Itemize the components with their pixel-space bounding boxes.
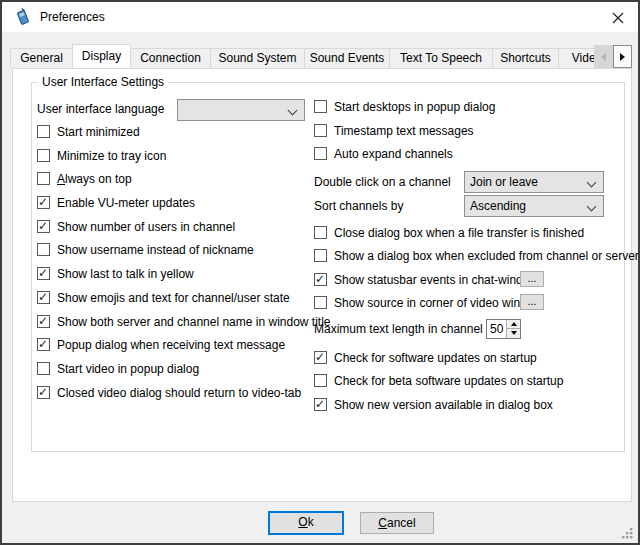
chevron-down-icon [288, 106, 298, 116]
row-check-for-software-updates-on-startup[interactable]: Check for software updates on startup [314, 351, 628, 375]
show-new-version-available-in-dialog-box-checkbox[interactable] [314, 398, 327, 411]
row-show-number-of-users-in-channel[interactable]: Show number of users in channel [37, 220, 317, 244]
checkbox-label: Popup dialog when receiving text message [57, 338, 285, 352]
checkbox-label: Show number of users in channel [57, 220, 235, 234]
chevron-down-icon [587, 177, 597, 187]
select-value: Ascending [470, 199, 526, 213]
row-show-username-instead-of-nickname[interactable]: Show username instead of nickname [37, 243, 317, 267]
close-dialog-box-when-a-file-transfer-is-f-checkbox[interactable] [314, 226, 327, 239]
enable-vu-meter-updates-checkbox[interactable] [37, 196, 50, 209]
show-emojis-and-text-for-channel-user-stat-checkbox[interactable] [37, 291, 50, 304]
start-video-in-popup-dialog-checkbox[interactable] [37, 362, 50, 375]
checkbox-label: Enable VU-meter updates [57, 196, 195, 210]
maximum-text-length-in-channel-list-spinbox[interactable]: 50 [486, 319, 521, 339]
popup-dialog-when-receiving-text-message-checkbox[interactable] [37, 338, 50, 351]
tab-sound-system[interactable]: Sound System [210, 48, 305, 68]
tab-scroll-buttons [594, 45, 632, 68]
show-statusbar-events-in-chat-window-ellipsis-button[interactable]: ... [520, 271, 544, 287]
row-closed-video-dialog-should-return-to-video[interactable]: Closed video dialog should return to vid… [37, 386, 317, 410]
row-show-a-dialog-box-when-excluded-from-chann[interactable]: Show a dialog box when excluded from cha… [314, 249, 628, 273]
row-sort-channels-by: Sort channels byAscending [314, 195, 628, 219]
checkbox-label: Start video in popup dialog [57, 362, 199, 376]
language-select[interactable] [177, 99, 305, 121]
resize-grip[interactable] [621, 527, 634, 540]
check-for-software-updates-on-startup-checkbox[interactable] [314, 351, 327, 364]
checkbox-label: Start minimized [57, 125, 140, 139]
left-options-column: Start minimizedMinimize to tray iconAlwa… [37, 125, 317, 409]
spin-up-button[interactable] [507, 320, 520, 330]
right-options-column: Start desktops in popup dialogTimestamp … [314, 100, 628, 421]
row-always-on-top[interactable]: Always on top [37, 172, 317, 196]
row-auto-expand-channels[interactable]: Auto expand channels [314, 147, 628, 171]
row-show-both-server-and-channel-name-in-windo[interactable]: Show both server and channel name in win… [37, 315, 317, 339]
arrow-left-icon [601, 53, 606, 61]
close-button[interactable] [610, 10, 626, 25]
row-check-for-beta-software-updates-on-startup[interactable]: Check for beta software updates on start… [314, 374, 628, 398]
tab-display[interactable]: Display [72, 44, 131, 68]
sort-channels-by-select[interactable]: Ascending [464, 195, 604, 217]
checkbox-label: Show last to talk in yellow [57, 267, 194, 281]
tab-scroll-right-button[interactable] [613, 45, 632, 68]
tab-general[interactable]: General [10, 48, 73, 68]
tab-shortcuts[interactable]: Shortcuts [492, 48, 559, 68]
arrow-down-icon [511, 331, 517, 335]
checkbox-label: Always on top [57, 172, 132, 186]
start-minimized-checkbox[interactable] [37, 125, 50, 138]
ok-button-label: Ok [298, 515, 313, 529]
timestamp-text-messages-checkbox[interactable] [314, 124, 327, 137]
chevron-down-icon [587, 201, 597, 211]
tab-sound-events[interactable]: Sound Events [304, 48, 390, 68]
show-statusbar-events-in-chat-window-checkbox[interactable] [314, 273, 327, 286]
checkbox-label: Close dialog box when a file transfer is… [334, 226, 584, 240]
auto-expand-channels-checkbox[interactable] [314, 147, 327, 160]
row-start-minimized[interactable]: Start minimized [37, 125, 317, 149]
double-click-on-a-channel-select[interactable]: Join or leave [464, 171, 604, 193]
show-username-instead-of-nickname-checkbox[interactable] [37, 243, 50, 256]
closed-video-dialog-should-return-to-video-checkbox[interactable] [37, 386, 50, 399]
row-minimize-to-tray-icon[interactable]: Minimize to tray icon [37, 149, 317, 173]
cancel-button[interactable]: Cancel [360, 512, 434, 534]
row-popup-dialog-when-receiving-text-message[interactable]: Popup dialog when receiving text message [37, 338, 317, 362]
row-show-emojis-and-text-for-channel-user-stat[interactable]: Show emojis and text for channel/user st… [37, 291, 317, 315]
checkbox-label: Auto expand channels [334, 147, 453, 161]
tab-text-to-speech[interactable]: Text To Speech [389, 48, 493, 68]
show-number-of-users-in-channel-checkbox[interactable] [37, 220, 50, 233]
row-start-desktops-in-popup-dialog[interactable]: Start desktops in popup dialog [314, 100, 628, 124]
show-a-dialog-box-when-excluded-from-chann-checkbox[interactable] [314, 249, 327, 262]
row-start-video-in-popup-dialog[interactable]: Start video in popup dialog [37, 362, 317, 386]
show-source-in-corner-of-video-window-checkbox[interactable] [314, 296, 327, 309]
preferences-window: Preferences GeneralDisplayConnectionSoun… [0, 0, 640, 545]
row-maximum-text-length-in-channel-list: Maximum text length in channel list50 [314, 320, 628, 340]
row-timestamp-text-messages[interactable]: Timestamp text messages [314, 124, 628, 148]
show-both-server-and-channel-name-in-windo-checkbox[interactable] [37, 315, 50, 328]
tab-scroll-left-button[interactable] [594, 45, 613, 68]
checkbox-label: Show statusbar events in chat-window [334, 273, 538, 287]
row-double-click-on-a-channel: Double click on a channelJoin or leave [314, 171, 628, 195]
ok-button[interactable]: Ok [268, 511, 344, 535]
start-desktops-in-popup-dialog-checkbox[interactable] [314, 100, 327, 113]
row-show-new-version-available-in-dialog-box[interactable]: Show new version available in dialog box [314, 398, 628, 422]
row-enable-vu-meter-updates[interactable]: Enable VU-meter updates [37, 196, 317, 220]
minimize-to-tray-icon-checkbox[interactable] [37, 149, 50, 162]
spinbox-value[interactable]: 50 [487, 320, 506, 338]
show-source-in-corner-of-video-window-ellipsis-button[interactable]: ... [520, 294, 544, 310]
cancel-button-label: Cancel [378, 516, 415, 530]
always-on-top-checkbox[interactable] [37, 172, 50, 185]
checkbox-label: Closed video dialog should return to vid… [57, 386, 301, 400]
show-last-to-talk-in-yellow-checkbox[interactable] [37, 267, 50, 280]
checkbox-label: Show source in corner of video window [334, 296, 542, 310]
spin-down-button[interactable] [507, 329, 520, 338]
checkbox-label: Minimize to tray icon [57, 149, 166, 163]
row-close-dialog-box-when-a-file-transfer-is-f[interactable]: Close dialog box when a file transfer is… [314, 226, 628, 250]
check-for-beta-software-updates-on-startup-checkbox[interactable] [314, 374, 327, 387]
tab-connection[interactable]: Connection [130, 48, 211, 68]
spinbox-arrows [506, 320, 520, 338]
row-show-source-in-corner-of-video-window[interactable]: Show source in corner of video window... [314, 296, 628, 320]
select-value: Join or leave [470, 175, 538, 189]
tab-bar: GeneralDisplayConnectionSound SystemSoun… [10, 44, 626, 68]
row-show-last-to-talk-in-yellow[interactable]: Show last to talk in yellow [37, 267, 317, 291]
checkbox-label: Start desktops in popup dialog [334, 100, 495, 114]
group-title: User Interface Settings [38, 75, 168, 89]
row-show-statusbar-events-in-chat-window[interactable]: Show statusbar events in chat-window... [314, 273, 628, 297]
tab-page-display: User Interface Settings User interface l… [12, 68, 632, 502]
